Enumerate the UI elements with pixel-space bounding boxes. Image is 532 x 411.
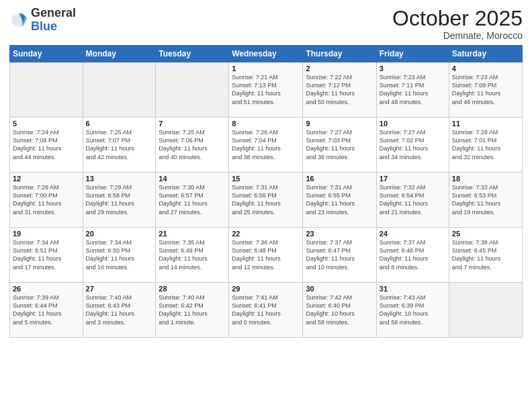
location-subtitle: Demnate, Morocco: [392, 30, 523, 41]
calendar-cell: 29Sunrise: 7:41 AM Sunset: 6:41 PM Dayli…: [229, 283, 303, 338]
calendar-cell: 16Sunrise: 7:31 AM Sunset: 6:55 PM Dayli…: [303, 173, 376, 228]
day-number: 9: [306, 120, 373, 128]
calendar-cell: 20Sunrise: 7:34 AM Sunset: 6:50 PM Dayli…: [83, 228, 156, 283]
day-info: Sunrise: 7:37 AM Sunset: 6:47 PM Dayligh…: [306, 238, 373, 271]
day-info: Sunrise: 7:40 AM Sunset: 6:43 PM Dayligh…: [86, 293, 153, 326]
day-info: Sunrise: 7:31 AM Sunset: 6:55 PM Dayligh…: [306, 183, 373, 216]
day-number: 18: [452, 175, 519, 183]
header-saturday: Saturday: [449, 46, 522, 62]
day-info: Sunrise: 7:30 AM Sunset: 6:57 PM Dayligh…: [159, 183, 226, 216]
calendar-body: 1Sunrise: 7:21 AM Sunset: 7:13 PM Daylig…: [10, 62, 523, 338]
calendar-cell: 2Sunrise: 7:22 AM Sunset: 7:12 PM Daylig…: [303, 62, 376, 118]
day-number: 16: [306, 175, 373, 183]
day-number: 30: [306, 285, 373, 293]
header-friday: Friday: [376, 46, 449, 62]
calendar-cell: 1Sunrise: 7:21 AM Sunset: 7:13 PM Daylig…: [229, 62, 303, 118]
calendar-week-row: 12Sunrise: 7:29 AM Sunset: 7:00 PM Dayli…: [10, 173, 523, 228]
day-number: 2: [306, 64, 373, 73]
day-number: 22: [232, 230, 300, 238]
day-number: 6: [86, 120, 153, 128]
day-number: 21: [159, 230, 226, 238]
calendar-cell: 3Sunrise: 7:23 AM Sunset: 7:11 PM Daylig…: [376, 62, 449, 118]
calendar-cell: 18Sunrise: 7:33 AM Sunset: 6:53 PM Dayli…: [449, 173, 522, 228]
logo: General Blue: [9, 7, 76, 34]
day-info: Sunrise: 7:31 AM Sunset: 6:56 PM Dayligh…: [232, 183, 300, 216]
day-info: Sunrise: 7:29 AM Sunset: 7:00 PM Dayligh…: [13, 183, 80, 216]
day-number: 26: [13, 285, 80, 293]
day-number: 4: [452, 64, 519, 73]
day-number: 13: [86, 175, 153, 183]
day-number: 8: [232, 120, 300, 128]
calendar-cell: 21Sunrise: 7:35 AM Sunset: 6:49 PM Dayli…: [156, 228, 229, 283]
day-info: Sunrise: 7:41 AM Sunset: 6:41 PM Dayligh…: [232, 293, 300, 326]
calendar-cell: 31Sunrise: 7:43 AM Sunset: 6:39 PM Dayli…: [376, 283, 449, 338]
calendar-cell: 27Sunrise: 7:40 AM Sunset: 6:43 PM Dayli…: [83, 283, 156, 338]
calendar-cell: 24Sunrise: 7:37 AM Sunset: 6:46 PM Dayli…: [376, 228, 449, 283]
calendar-cell: 22Sunrise: 7:36 AM Sunset: 6:48 PM Dayli…: [229, 228, 303, 283]
title-block: October 2025 Demnate, Morocco: [392, 7, 523, 41]
calendar-cell: 26Sunrise: 7:39 AM Sunset: 6:44 PM Dayli…: [10, 283, 83, 338]
day-info: Sunrise: 7:25 AM Sunset: 7:07 PM Dayligh…: [86, 128, 153, 161]
header-sunday: Sunday: [10, 46, 83, 62]
logo-blue: Blue: [31, 20, 76, 34]
calendar-cell: [83, 62, 156, 118]
day-info: Sunrise: 7:27 AM Sunset: 7:02 PM Dayligh…: [380, 128, 446, 161]
day-number: 14: [159, 175, 226, 183]
calendar-cell: 23Sunrise: 7:37 AM Sunset: 6:47 PM Dayli…: [303, 228, 376, 283]
day-info: Sunrise: 7:43 AM Sunset: 6:39 PM Dayligh…: [380, 293, 446, 326]
logo-icon: [9, 11, 28, 30]
logo-text: General Blue: [31, 7, 76, 34]
day-number: 24: [380, 230, 446, 238]
page-header: General Blue October 2025 Demnate, Moroc…: [9, 7, 523, 41]
calendar-cell: [10, 62, 83, 118]
calendar-cell: 5Sunrise: 7:24 AM Sunset: 7:08 PM Daylig…: [10, 118, 83, 173]
day-number: 7: [159, 120, 226, 128]
day-number: 27: [86, 285, 153, 293]
calendar-cell: 9Sunrise: 7:27 AM Sunset: 7:03 PM Daylig…: [303, 118, 376, 173]
calendar-cell: 15Sunrise: 7:31 AM Sunset: 6:56 PM Dayli…: [229, 173, 303, 228]
weekday-header-row: Sunday Monday Tuesday Wednesday Thursday…: [10, 46, 523, 62]
day-number: 3: [380, 64, 446, 73]
calendar-week-row: 26Sunrise: 7:39 AM Sunset: 6:44 PM Dayli…: [10, 283, 523, 338]
day-number: 10: [380, 120, 446, 128]
day-number: 5: [13, 120, 80, 128]
day-info: Sunrise: 7:37 AM Sunset: 6:46 PM Dayligh…: [380, 238, 446, 271]
calendar-cell: 11Sunrise: 7:28 AM Sunset: 7:01 PM Dayli…: [449, 118, 522, 173]
header-wednesday: Wednesday: [229, 46, 303, 62]
calendar-cell: 6Sunrise: 7:25 AM Sunset: 7:07 PM Daylig…: [83, 118, 156, 173]
calendar-week-row: 19Sunrise: 7:34 AM Sunset: 6:51 PM Dayli…: [10, 228, 523, 283]
calendar-cell: 19Sunrise: 7:34 AM Sunset: 6:51 PM Dayli…: [10, 228, 83, 283]
day-info: Sunrise: 7:29 AM Sunset: 6:58 PM Dayligh…: [86, 183, 153, 216]
logo-general: General: [31, 7, 76, 20]
calendar-cell: 17Sunrise: 7:32 AM Sunset: 6:54 PM Dayli…: [376, 173, 449, 228]
calendar-cell: [449, 283, 522, 338]
day-info: Sunrise: 7:28 AM Sunset: 7:01 PM Dayligh…: [452, 128, 519, 161]
calendar-cell: 25Sunrise: 7:38 AM Sunset: 6:45 PM Dayli…: [449, 228, 522, 283]
calendar-week-row: 1Sunrise: 7:21 AM Sunset: 7:13 PM Daylig…: [10, 62, 523, 118]
day-number: 1: [232, 64, 300, 73]
day-number: 23: [306, 230, 373, 238]
day-info: Sunrise: 7:40 AM Sunset: 6:42 PM Dayligh…: [159, 293, 226, 326]
day-info: Sunrise: 7:23 AM Sunset: 7:09 PM Dayligh…: [452, 73, 519, 106]
calendar-cell: 30Sunrise: 7:42 AM Sunset: 6:40 PM Dayli…: [303, 283, 376, 338]
day-info: Sunrise: 7:36 AM Sunset: 6:48 PM Dayligh…: [232, 238, 300, 271]
calendar-cell: 10Sunrise: 7:27 AM Sunset: 7:02 PM Dayli…: [376, 118, 449, 173]
calendar-cell: [156, 62, 229, 118]
day-number: 19: [13, 230, 80, 238]
day-info: Sunrise: 7:24 AM Sunset: 7:08 PM Dayligh…: [13, 128, 80, 161]
day-info: Sunrise: 7:33 AM Sunset: 6:53 PM Dayligh…: [452, 183, 519, 216]
day-info: Sunrise: 7:26 AM Sunset: 7:04 PM Dayligh…: [232, 128, 300, 161]
page-container: General Blue October 2025 Demnate, Moroc…: [0, 0, 532, 411]
day-number: 28: [159, 285, 226, 293]
calendar-cell: 4Sunrise: 7:23 AM Sunset: 7:09 PM Daylig…: [449, 62, 522, 118]
calendar-cell: 14Sunrise: 7:30 AM Sunset: 6:57 PM Dayli…: [156, 173, 229, 228]
month-title: October 2025: [392, 7, 523, 30]
day-number: 17: [380, 175, 446, 183]
calendar-cell: 12Sunrise: 7:29 AM Sunset: 7:00 PM Dayli…: [10, 173, 83, 228]
calendar-cell: 7Sunrise: 7:25 AM Sunset: 7:06 PM Daylig…: [156, 118, 229, 173]
day-info: Sunrise: 7:34 AM Sunset: 6:51 PM Dayligh…: [13, 238, 80, 271]
calendar-table: Sunday Monday Tuesday Wednesday Thursday…: [9, 45, 523, 338]
day-info: Sunrise: 7:42 AM Sunset: 6:40 PM Dayligh…: [306, 293, 373, 326]
day-info: Sunrise: 7:34 AM Sunset: 6:50 PM Dayligh…: [86, 238, 153, 271]
day-number: 12: [13, 175, 80, 183]
